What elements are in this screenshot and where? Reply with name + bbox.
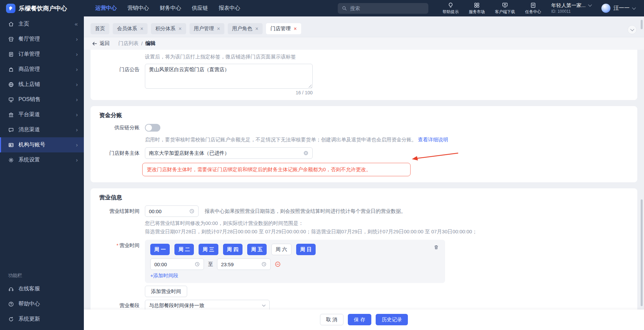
collapse-sidebar-icon[interactable]: « [75,21,78,27]
day-button-friday[interactable]: 周 五 [247,244,267,255]
breadcrumb: 门店列表 / 编辑 [118,40,155,47]
view-details-link[interactable]: 查看详细说明 [418,137,448,142]
nav-marketing-center[interactable]: 营销中心 [127,5,149,12]
chevron-right-icon: › [76,82,78,87]
service-market-button[interactable]: 服务市场 [469,2,485,15]
merchant-name: 年轻人第一家... [551,2,586,9]
content-scrollbar-thumb[interactable] [641,199,643,306]
time-range-row: 至 [150,258,440,270]
history-button[interactable]: 历史记录 [376,314,408,325]
add-hours-button[interactable]: 添加营业时间 [145,286,187,297]
weekday-selector: 周 一 周 二 周 三 周 四 周 五 周 六 周 日 [150,244,440,255]
sidebar-item-online-service[interactable]: 在线客服 [0,281,84,296]
time-to-value[interactable] [221,262,259,267]
search-icon [342,6,347,11]
announcement-counter: 16 / 100 [145,90,313,95]
remove-period-icon[interactable] [275,261,281,267]
toggle-knob [146,125,152,131]
back-button[interactable]: 返回 [92,40,110,47]
avatar [601,4,610,13]
settle-time-input[interactable] [145,205,199,217]
close-icon[interactable]: × [140,26,143,32]
sidebar-item-restaurant[interactable]: 餐厅管理 › [0,32,84,47]
content-scroll-area: 设置后，将为该门店打上指定标签，微店铺选择门店页面展示该标签 门店公告 黄山风景… [84,50,644,310]
sidebar-item-orders[interactable]: 订单管理 › [0,47,84,62]
finance-entity-input[interactable] [145,147,313,159]
chevron-right-icon: › [76,51,78,57]
close-icon[interactable]: × [293,26,297,32]
tab-store-management[interactable]: 门店管理 × [266,23,301,34]
sidebar-item-org-accounts[interactable]: 机构与账号 › [0,137,84,152]
global-search[interactable] [338,3,428,14]
help-icon [8,301,14,307]
sidebar-item-goods[interactable]: 商品管理 › [0,62,84,77]
day-button-tuesday[interactable]: 周 二 [174,244,194,255]
delete-hours-icon[interactable] [433,244,439,250]
tab-home[interactable]: 首页 [91,23,109,34]
day-button-thursday[interactable]: 周 四 [223,244,243,255]
close-icon[interactable]: × [178,26,181,32]
search-input[interactable] [350,5,424,11]
sidebar-item-platform-channels[interactable]: 平台渠道 › [0,107,84,122]
funds-split-card: 资金分账 供应链分账 启用时，要货审核时需校验门店记账户余额充足，不足情况下无法… [91,106,637,182]
org-icon [8,142,14,148]
tool-label: 任务中心 [525,9,541,15]
day-button-sunday[interactable]: 周 日 [296,244,316,255]
day-button-monday[interactable]: 周 一 [150,244,170,255]
supply-split-toggle[interactable] [145,124,160,132]
user-menu[interactable]: 汪一一 [601,4,635,13]
tab-bar: 首页 会员体系 × 积分体系 × 用户管理 × 用户角色 × 门店管理 × [84,16,644,37]
sidebar-item-system-settings[interactable]: 系统设置 › [0,152,84,168]
meal-section-select[interactable]: 与总部餐段时间保持一致 [145,300,270,310]
chevron-down-icon [588,3,592,7]
sidebar-item-pos-sales[interactable]: POS销售 › [0,92,84,107]
save-button[interactable]: 保 存 [348,314,371,325]
day-button-wednesday[interactable]: 周 三 [199,244,218,255]
help-tips-button[interactable]: 帮助提示 [442,2,459,15]
close-icon[interactable]: × [255,26,258,32]
nav-report-center[interactable]: 报表中心 [219,5,240,12]
time-from-input[interactable] [150,258,204,270]
sidebar-item-online-store[interactable]: 线上店铺 › [0,77,84,92]
client-download-button[interactable]: 客户端下载 [495,2,515,15]
cancel-button[interactable]: 取 消 [320,314,343,325]
sidebar-item-help-center[interactable]: 帮助中心 [0,296,84,312]
sidebar-item-home[interactable]: 主页 « [0,16,84,32]
tab-member-system[interactable]: 会员体系 × [113,23,148,34]
sidebar-item-message-channels[interactable]: 消息渠道 › [0,122,84,137]
nav-finance-center[interactable]: 财务中心 [160,5,181,12]
merchant-switcher[interactable]: 年轻人第一家... ID: 100011 [551,2,591,14]
tabs-collapse-button[interactable] [628,25,637,34]
breadcrumb-parent[interactable]: 门店列表 [118,40,139,47]
tab-points-system[interactable]: 积分体系 × [151,23,186,34]
day-button-saturday[interactable]: 周 六 [271,244,291,255]
breadcrumb-current: 编辑 [145,40,155,47]
add-period-link[interactable]: +添加时间段 [150,273,178,279]
customer-service-icon [8,286,14,292]
settle-time-value[interactable] [149,208,186,214]
breadcrumb-bar: 返回 门店列表 / 编辑 [84,37,644,50]
clear-icon[interactable] [303,150,309,156]
time-to-input[interactable] [217,258,271,270]
time-from-value[interactable] [154,262,192,267]
tab-user-management[interactable]: 用户管理 × [190,23,224,34]
close-icon[interactable]: × [217,26,220,32]
store-announcement-textarea[interactable]: 黄山风景区白云宾馆门店（直营店） [145,64,313,89]
top-nav: 运营中心 营销中心 财务中心 供应链 报表中心 [95,5,240,12]
chevron-down-icon [262,304,266,307]
nav-supply-chain[interactable]: 供应链 [192,5,208,12]
sidebar: 主页 « 餐厅管理 › 订单管理 › 商品管理 › 线上店铺 › POS销售 ›… [0,16,84,330]
required-mark: * [116,242,118,248]
page-scrollbar-thumb[interactable] [641,20,643,29]
task-center-button[interactable]: 任务中心 [525,2,541,15]
sidebar-item-system-update[interactable]: 系统更新 [0,312,84,327]
tag-hint-text: 设置后，将为该门店打上指定标签，微店铺选择门店页面展示该标签 [145,53,629,60]
chevron-down-icon [630,27,634,31]
chevron-right-icon: › [76,66,78,72]
tab-user-roles[interactable]: 用户角色 × [228,23,263,34]
settle-time-hint: 报表中心如果按照营业日期筛选，则会按照营业结算时间进行统计每个营业日的营业数据。 [205,205,406,217]
finance-entity-value[interactable] [149,150,301,156]
settle-time-label: 营业结算时间 [99,205,140,217]
nav-operations-center[interactable]: 运营中心 [95,5,117,12]
tab-label: 门店管理 [270,26,290,32]
